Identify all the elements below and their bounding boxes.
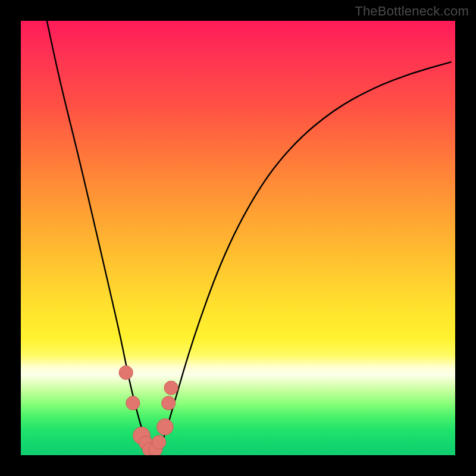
curve-marker: [152, 435, 165, 449]
curve-marker: [164, 381, 178, 394]
marker-group: [119, 366, 178, 455]
plot-area: [21, 21, 455, 455]
watermark-text: TheBottleneck.com: [355, 4, 469, 19]
bottleneck-curve: [47, 21, 451, 450]
curve-marker: [162, 396, 176, 410]
chart-stage: TheBottleneck.com: [0, 0, 476, 476]
curve-marker: [156, 419, 173, 436]
curve-marker: [119, 366, 133, 380]
curve-marker: [126, 396, 140, 410]
curve-layer: [21, 21, 455, 455]
